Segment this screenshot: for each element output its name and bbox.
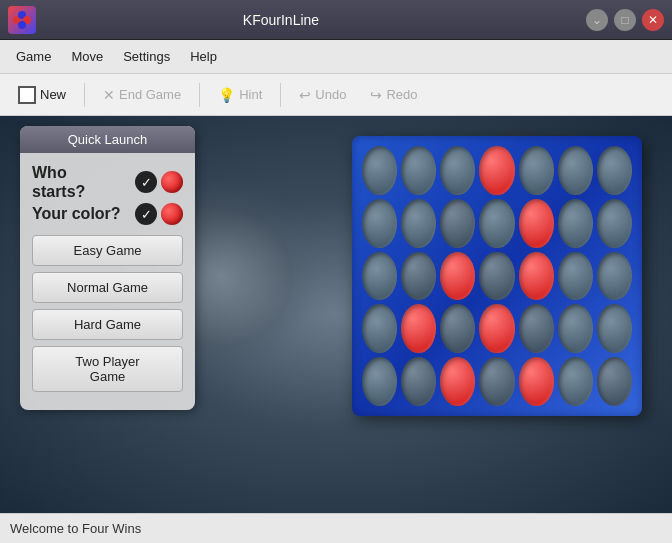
cell-3-6[interactable] [597, 304, 632, 353]
your-color-row: Your color? ✓ [32, 203, 183, 225]
hint-button[interactable]: 💡 Hint [208, 83, 272, 107]
cell-1-2[interactable] [440, 199, 475, 248]
undo-label: Undo [315, 87, 346, 102]
your-color-icons: ✓ [135, 203, 183, 225]
cell-3-1[interactable] [401, 304, 436, 353]
cell-3-0[interactable] [362, 304, 397, 353]
redo-label: Redo [386, 87, 417, 102]
who-starts-label: Who starts? [32, 163, 85, 201]
menu-item-move[interactable]: Move [61, 45, 113, 68]
cell-2-0[interactable] [362, 252, 397, 301]
cell-4-2[interactable] [440, 357, 475, 406]
toolbar-separator-1 [84, 83, 85, 107]
redo-button[interactable]: ↪ Redo [360, 83, 427, 107]
cell-4-3[interactable] [479, 357, 514, 406]
red-color-icon [161, 203, 183, 225]
cell-0-6[interactable] [597, 146, 632, 195]
cell-0-3[interactable] [479, 146, 514, 195]
quick-launch-header: Quick Launch [20, 126, 195, 153]
your-color-label: Your color? [32, 205, 121, 223]
cell-3-5[interactable] [558, 304, 593, 353]
status-bar: Welcome to Four Wins [0, 513, 672, 543]
cell-4-0[interactable] [362, 357, 397, 406]
minimize-button[interactable]: ⌄ [586, 9, 608, 31]
window-controls: ⌄ □ ✕ [586, 9, 664, 31]
easy-game-button[interactable]: Easy Game [32, 235, 183, 266]
cell-4-4[interactable] [519, 357, 554, 406]
black-check-icon-2: ✓ [135, 203, 157, 225]
new-label: New [40, 87, 66, 102]
title-bar-left [8, 6, 36, 34]
cell-0-2[interactable] [440, 146, 475, 195]
cell-4-5[interactable] [558, 357, 593, 406]
normal-game-button[interactable]: Normal Game [32, 272, 183, 303]
cell-0-1[interactable] [401, 146, 436, 195]
undo-icon: ↩ [299, 87, 311, 103]
who-starts-row: Who starts? ✓ [32, 163, 183, 201]
menu-item-help[interactable]: Help [180, 45, 227, 68]
cell-1-0[interactable] [362, 199, 397, 248]
cell-1-5[interactable] [558, 199, 593, 248]
cell-2-1[interactable] [401, 252, 436, 301]
cell-4-6[interactable] [597, 357, 632, 406]
cell-2-6[interactable] [597, 252, 632, 301]
title-bar: KFourInLine ⌄ □ ✕ [0, 0, 672, 40]
end-game-label: End Game [119, 87, 181, 102]
maximize-button[interactable]: □ [614, 9, 636, 31]
end-game-icon: ✕ [103, 87, 115, 103]
window-title: KFourInLine [36, 12, 526, 28]
status-text: Welcome to Four Wins [10, 521, 141, 536]
new-document-icon [18, 86, 36, 104]
menu-item-settings[interactable]: Settings [113, 45, 180, 68]
quick-launch-body: Who starts? ✓ Your color? ✓ Easy Game No… [20, 153, 195, 392]
svg-point-3 [18, 21, 26, 29]
hint-label: Hint [239, 87, 262, 102]
cell-1-1[interactable] [401, 199, 436, 248]
cell-1-4[interactable] [519, 199, 554, 248]
two-player-game-button[interactable]: Two Player Game [32, 346, 183, 392]
new-button[interactable]: New [8, 82, 76, 108]
undo-button[interactable]: ↩ Undo [289, 83, 356, 107]
cell-2-3[interactable] [479, 252, 514, 301]
cell-2-5[interactable] [558, 252, 593, 301]
cell-1-3[interactable] [479, 199, 514, 248]
cell-0-0[interactable] [362, 146, 397, 195]
menu-item-game[interactable]: Game [6, 45, 61, 68]
cell-0-4[interactable] [519, 146, 554, 195]
toolbar-separator-3 [280, 83, 281, 107]
red-player-icon [161, 171, 183, 193]
hard-game-button[interactable]: Hard Game [32, 309, 183, 340]
redo-icon: ↪ [370, 87, 382, 103]
quick-launch-panel: Quick Launch Who starts? ✓ Your color? ✓ [20, 126, 195, 410]
game-area: Quick Launch Who starts? ✓ Your color? ✓ [0, 116, 672, 513]
board-container [352, 136, 642, 436]
cell-2-4[interactable] [519, 252, 554, 301]
black-check-icon: ✓ [135, 171, 157, 193]
toolbar-separator-2 [199, 83, 200, 107]
cell-3-2[interactable] [440, 304, 475, 353]
who-starts-icons: ✓ [135, 171, 183, 193]
cell-0-5[interactable] [558, 146, 593, 195]
end-game-button[interactable]: ✕ End Game [93, 83, 191, 107]
close-button[interactable]: ✕ [642, 9, 664, 31]
menu-bar: Game Move Settings Help [0, 40, 672, 74]
toolbar: New ✕ End Game 💡 Hint ↩ Undo ↪ Redo [0, 74, 672, 116]
cell-3-4[interactable] [519, 304, 554, 353]
game-board [352, 136, 642, 416]
cell-3-3[interactable] [479, 304, 514, 353]
app-icon [8, 6, 36, 34]
cell-2-2[interactable] [440, 252, 475, 301]
cell-4-1[interactable] [401, 357, 436, 406]
hint-icon: 💡 [218, 87, 235, 103]
cell-1-6[interactable] [597, 199, 632, 248]
